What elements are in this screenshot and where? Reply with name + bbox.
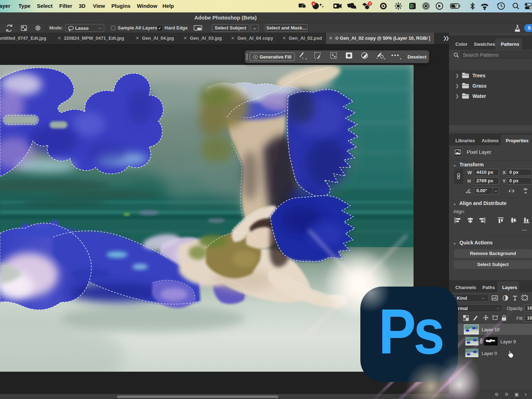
svg-text:3: 3	[312, 2, 314, 6]
svg-text:7: 7	[369, 2, 371, 6]
